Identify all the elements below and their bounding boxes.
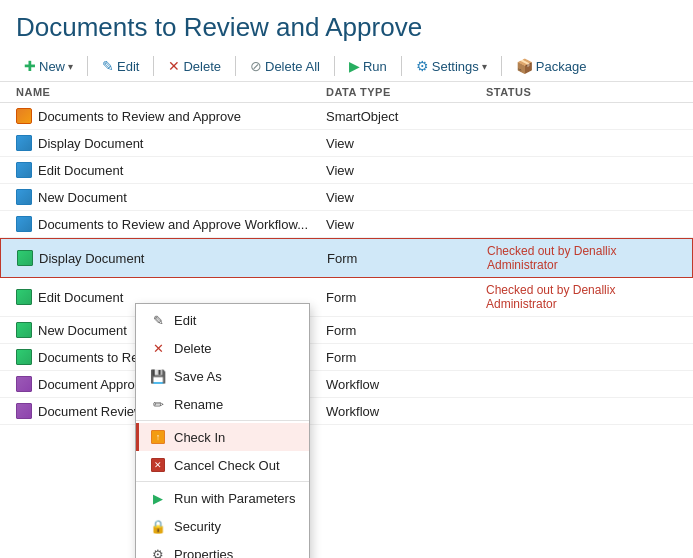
form-icon: [16, 289, 32, 305]
row-name-cell: Display Document: [16, 135, 326, 151]
row-status-cell: Checked out by Denallix Administrator: [487, 244, 676, 272]
row-type-cell: View: [326, 190, 486, 205]
context-menu-item-cancelcheckout[interactable]: ✕Cancel Check Out: [136, 451, 309, 479]
row-type-cell: Form: [326, 323, 486, 338]
table-row[interactable]: Documents to Review and Approve Workflow…: [0, 211, 693, 238]
row-type-cell: View: [326, 163, 486, 178]
context-menu-item-properties[interactable]: ⚙Properties: [136, 540, 309, 558]
table-row[interactable]: Documents to Rev...Form: [0, 344, 693, 371]
package-label: Package: [536, 59, 587, 74]
package-icon: 📦: [516, 58, 533, 74]
run-button[interactable]: ▶ Run: [341, 55, 395, 77]
delete-button[interactable]: ✕ Delete: [160, 55, 229, 77]
col-header-type: DATA TYPE: [326, 86, 486, 98]
row-type-cell: SmartObject: [326, 109, 486, 124]
context-menu-divider: [136, 481, 309, 482]
edit-button[interactable]: ✎ Edit: [94, 55, 147, 77]
new-label: New: [39, 59, 65, 74]
table-row[interactable]: New DocumentForm: [0, 317, 693, 344]
new-dropdown-arrow[interactable]: ▾: [68, 61, 73, 72]
context-menu-item-delete[interactable]: ✕Delete: [136, 334, 309, 362]
table-row[interactable]: Display DocumentFormChecked out by Denal…: [0, 238, 693, 278]
context-menu-item-label: Properties: [174, 547, 233, 559]
table-header: NAME DATA TYPE STATUS: [0, 82, 693, 103]
new-button[interactable]: ✚ New ▾: [16, 55, 81, 77]
col-header-status: STATUS: [486, 86, 677, 98]
context-menu-item-label: Security: [174, 519, 221, 534]
view-icon: [16, 162, 32, 178]
form-icon: [17, 250, 33, 266]
so-icon: [16, 108, 32, 124]
context-menu-item-saveas[interactable]: 💾Save As: [136, 362, 309, 390]
row-name-text: New Document: [38, 190, 127, 205]
separator-5: [401, 56, 402, 76]
table-row[interactable]: Edit DocumentView: [0, 157, 693, 184]
security-icon: 🔒: [150, 518, 166, 534]
separator-3: [235, 56, 236, 76]
table-row[interactable]: Documents to Review and ApproveSmartObje…: [0, 103, 693, 130]
row-name-text: Documents to Review and Approve: [38, 109, 241, 124]
context-menu: ✎Edit✕Delete💾Save As✏Rename↑Check In✕Can…: [135, 303, 310, 558]
new-icon: ✚: [24, 58, 36, 74]
page-title: Documents to Review and Approve: [0, 0, 693, 51]
workflow-icon: [16, 403, 32, 419]
row-name-text: Display Document: [38, 136, 144, 151]
row-type-cell: Form: [327, 251, 487, 266]
context-menu-item-label: Rename: [174, 397, 223, 412]
context-menu-item-label: Save As: [174, 369, 222, 384]
table-body: Documents to Review and ApproveSmartObje…: [0, 103, 693, 425]
checkin-icon: ↑: [151, 430, 165, 444]
delete-all-icon: ⊘: [250, 58, 262, 74]
view-icon: [16, 216, 32, 232]
table-row[interactable]: Document Review...Workflow: [0, 398, 693, 425]
row-type-cell: Workflow: [326, 377, 486, 392]
row-name-cell: Display Document: [17, 250, 327, 266]
run-icon: ▶: [150, 490, 166, 506]
table-row[interactable]: Display DocumentView: [0, 130, 693, 157]
context-menu-item-checkin[interactable]: ↑Check In: [136, 423, 309, 451]
cancel-checkout-icon: ✕: [151, 458, 165, 472]
col-header-name: NAME: [16, 86, 326, 98]
separator-4: [334, 56, 335, 76]
delete-icon: ✕: [150, 340, 166, 356]
cancelcheckout-icon: ✕: [150, 457, 166, 473]
row-type-cell: Form: [326, 290, 486, 305]
row-name-text: New Document: [38, 323, 127, 338]
context-menu-item-run[interactable]: ▶Run with Parameters: [136, 484, 309, 512]
edit-icon: ✎: [150, 312, 166, 328]
context-menu-divider: [136, 420, 309, 421]
context-menu-item-label: Delete: [174, 341, 212, 356]
settings-button[interactable]: ⚙ Settings ▾: [408, 55, 495, 77]
table-row[interactable]: New DocumentView: [0, 184, 693, 211]
row-name-text: Display Document: [39, 251, 145, 266]
context-menu-item-edit[interactable]: ✎Edit: [136, 306, 309, 334]
delete-all-button[interactable]: ⊘ Delete All: [242, 55, 328, 77]
row-name-text: Edit Document: [38, 163, 123, 178]
context-menu-item-rename[interactable]: ✏Rename: [136, 390, 309, 418]
row-type-cell: Workflow: [326, 404, 486, 419]
context-menu-item-label: Edit: [174, 313, 196, 328]
table-row[interactable]: Document Approv...Workflow: [0, 371, 693, 398]
edit-label: Edit: [117, 59, 139, 74]
row-type-cell: View: [326, 136, 486, 151]
context-menu-item-label: Cancel Check Out: [174, 458, 280, 473]
delete-label: Delete: [183, 59, 221, 74]
row-type-cell: View: [326, 217, 486, 232]
properties-icon: ⚙: [150, 546, 166, 558]
view-icon: [16, 135, 32, 151]
workflow-icon: [16, 376, 32, 392]
row-status-cell: Checked out by Denallix Administrator: [486, 283, 677, 311]
settings-dropdown-arrow[interactable]: ▾: [482, 61, 487, 72]
context-menu-item-security[interactable]: 🔒Security: [136, 512, 309, 540]
row-name-cell: New Document: [16, 189, 326, 205]
row-name-cell: Documents to Review and Approve: [16, 108, 326, 124]
row-type-cell: Form: [326, 350, 486, 365]
row-name-text: Edit Document: [38, 290, 123, 305]
table-row[interactable]: Edit DocumentFormChecked out by Denallix…: [0, 278, 693, 317]
package-button[interactable]: 📦 Package: [508, 55, 595, 77]
separator-2: [153, 56, 154, 76]
separator-6: [501, 56, 502, 76]
toolbar: ✚ New ▾ ✎ Edit ✕ Delete ⊘ Delete All ▶ R…: [0, 51, 693, 82]
view-icon: [16, 189, 32, 205]
separator-1: [87, 56, 88, 76]
